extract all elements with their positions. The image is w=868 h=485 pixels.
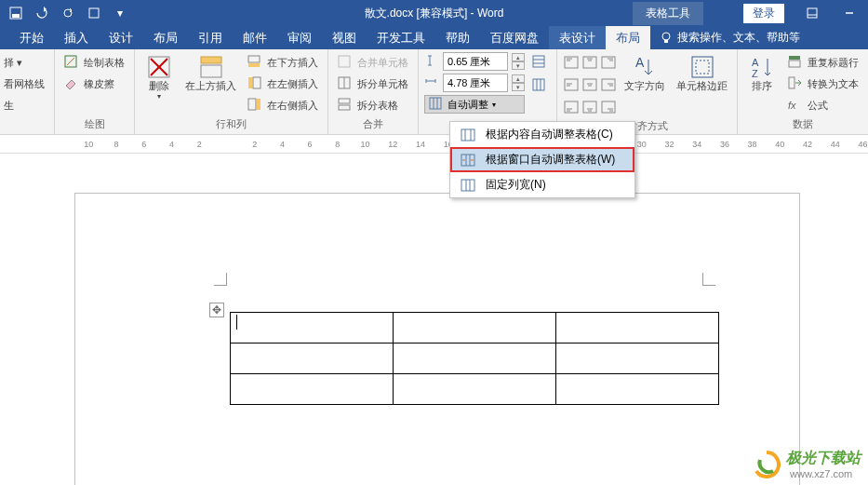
text-direction-button[interactable]: A 文字方向 (621, 52, 669, 94)
undo-icon[interactable] (33, 5, 50, 21)
tell-me-search[interactable]: 搜索操作、文本、帮助等 (650, 26, 809, 49)
repeat-header-button[interactable]: 重复标题行 (784, 52, 862, 73)
delete-button[interactable]: 删除▾ (140, 52, 178, 103)
autofit-button[interactable]: 自动调整▾ (424, 95, 525, 114)
group-merge: 合并单元格 拆分单元格 拆分表格 合并 (328, 49, 419, 134)
align-mr-icon (601, 78, 616, 91)
tell-me-label: 搜索操作、文本、帮助等 (677, 30, 800, 46)
svg-rect-46 (583, 79, 596, 90)
split-cells-button[interactable]: 拆分单元格 (334, 74, 412, 94)
svg-rect-18 (248, 99, 256, 110)
insert-above-button[interactable]: 在上方插入 (181, 52, 240, 94)
svg-text:Z: Z (752, 68, 758, 79)
svg-rect-23 (339, 99, 350, 103)
table-cell[interactable] (231, 374, 394, 405)
merge-cells-button[interactable]: 合并单元格 (334, 52, 412, 73)
table-row[interactable] (231, 344, 719, 374)
table-row[interactable] (231, 374, 719, 405)
split-table-button[interactable]: 拆分表格 (334, 95, 412, 115)
align-mc-button[interactable] (581, 74, 598, 95)
ribbon-options-icon[interactable] (794, 0, 831, 26)
table-cell[interactable] (394, 374, 556, 405)
group-label-rowscols: 行和列 (140, 115, 322, 134)
group-label-data: 数据 (743, 115, 862, 134)
tab-mailings[interactable]: 邮件 (233, 26, 277, 49)
insert-right-button[interactable]: 在右侧插入 (244, 95, 322, 115)
width-field[interactable] (443, 74, 508, 92)
fixed-width-item[interactable]: 固定列宽(N) (450, 172, 634, 197)
align-tc-button[interactable] (581, 52, 598, 73)
tab-design[interactable]: 设计 (99, 26, 143, 49)
eraser-button[interactable]: 橡皮擦 (60, 74, 128, 94)
draw-table-button[interactable]: 绘制表格 (60, 52, 128, 73)
login-button[interactable]: 登录 (743, 4, 784, 23)
table-cell[interactable] (231, 344, 394, 374)
convert-text-button[interactable]: 转换为文本 (784, 74, 862, 94)
svg-rect-19 (257, 99, 260, 110)
table-move-handle[interactable]: ✥ (209, 303, 224, 317)
tab-table-layout[interactable]: 布局 (606, 26, 650, 49)
tab-help[interactable]: 帮助 (435, 26, 480, 49)
horizontal-ruler[interactable]: 1086422468101214161820222426283032343638… (0, 135, 868, 154)
align-br-button[interactable] (600, 97, 617, 117)
table-cell[interactable] (556, 374, 719, 405)
tab-references[interactable]: 引用 (188, 26, 233, 49)
tab-devtools[interactable]: 开发工具 (367, 26, 435, 49)
tab-layout[interactable]: 布局 (143, 26, 188, 49)
insert-below-button[interactable]: 在下方插入 (244, 52, 322, 73)
tab-review[interactable]: 审阅 (277, 26, 322, 49)
view-gridlines-button[interactable]: 看网格线 (0, 74, 48, 94)
tab-start[interactable]: 开始 (9, 26, 54, 49)
align-tr-button[interactable] (600, 52, 617, 73)
autofit-window-item[interactable]: 根据窗口自动调整表格(W) (450, 147, 634, 172)
select-button[interactable]: 择 ▾ (0, 52, 48, 73)
align-mc-icon (582, 78, 597, 91)
dropdown-icon[interactable]: ▾ (112, 5, 128, 21)
margin-mark-left (214, 273, 227, 286)
align-mr-button[interactable] (600, 74, 617, 95)
align-bc-button[interactable] (581, 97, 598, 117)
row-height-input[interactable]: ▴▾ (424, 52, 525, 71)
table-cell[interactable] (394, 344, 556, 374)
svg-rect-62 (692, 57, 713, 77)
table-cell[interactable] (231, 313, 394, 344)
redo-icon[interactable] (60, 5, 76, 21)
table-cell[interactable] (556, 313, 719, 344)
autofit-dropdown: 根据内容自动调整表格(C) 根据窗口自动调整表格(W) 固定列宽(N) (449, 121, 635, 198)
sort-button[interactable]: AZ 排序 (743, 52, 781, 94)
svg-rect-75 (461, 180, 474, 191)
tab-insert[interactable]: 插入 (54, 26, 99, 49)
eraser-icon (64, 76, 79, 91)
formula-button[interactable]: fx 公式 (784, 95, 862, 115)
properties-button[interactable]: 生 (0, 95, 48, 115)
align-tl-button[interactable] (563, 52, 580, 73)
align-bc-icon (582, 101, 597, 114)
touch-mode-icon[interactable] (86, 5, 102, 21)
table-cell[interactable] (394, 313, 556, 344)
svg-rect-31 (533, 79, 544, 90)
tab-baidu[interactable]: 百度网盘 (480, 26, 549, 49)
table-row[interactable] (231, 313, 719, 344)
autofit-contents-item[interactable]: 根据内容自动调整表格(C) (450, 122, 634, 147)
height-field[interactable] (443, 52, 508, 71)
align-bl-button[interactable] (563, 97, 580, 117)
tab-table-design[interactable]: 表设计 (549, 26, 606, 49)
fx-icon: fx (788, 100, 803, 111)
distribute-cols-button[interactable] (528, 75, 551, 96)
height-spinner[interactable]: ▴▾ (512, 53, 525, 70)
document-table[interactable] (230, 312, 719, 405)
col-width-input[interactable]: ▴▾ (424, 74, 525, 92)
distribute-rows-button[interactable] (528, 52, 551, 73)
insert-left-button[interactable]: 在左侧插入 (244, 74, 322, 94)
save-icon[interactable] (7, 5, 24, 21)
cell-margins-button[interactable]: 单元格边距 (673, 52, 731, 94)
align-ml-button[interactable] (563, 74, 580, 95)
tab-view[interactable]: 视图 (322, 26, 367, 49)
width-spinner[interactable]: ▴▾ (512, 74, 525, 91)
group-label-draw: 绘图 (60, 115, 128, 134)
height-icon (424, 54, 439, 69)
ribbon-tabs: 开始 插入 设计 布局 引用 邮件 审阅 视图 开发工具 帮助 百度网盘 表设计… (0, 26, 868, 49)
table-cell[interactable] (556, 344, 719, 374)
minimize-icon[interactable] (831, 0, 868, 26)
document-area[interactable]: ✥ (0, 154, 868, 485)
